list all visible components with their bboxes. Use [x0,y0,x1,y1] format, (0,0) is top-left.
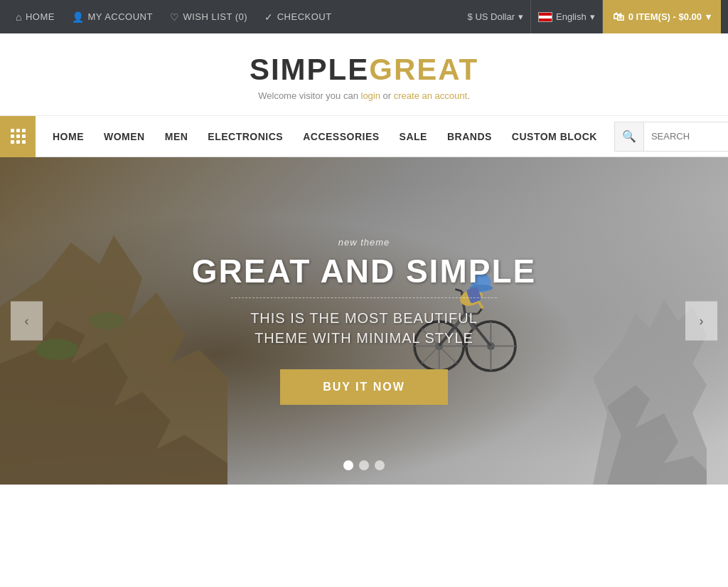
nav-item-electronics[interactable]: ELECTRONICS [198,116,293,157]
hero-title: GREAT AND SIMPLE [192,253,536,290]
hero-slider: new theme GREAT AND SIMPLE THIS IS THE M… [0,157,728,485]
grid-dots-icon [11,129,26,144]
hero-description: THIS IS THE MOST BEAUTIFUL THEME WITH MI… [250,308,478,348]
wishlist-link[interactable]: ♡ WISH LIST (0) [161,0,256,33]
account-icon: 👤 [72,11,85,23]
nav-item-men[interactable]: MEN [155,116,198,157]
account-link[interactable]: 👤 MY ACCOUNT [63,0,161,33]
language-selector[interactable]: English ▾ [531,0,603,33]
slider-dots [343,460,385,470]
grid-menu-button[interactable] [0,116,36,157]
hero-content: new theme GREAT AND SIMPLE THIS IS THE M… [0,157,728,485]
or-text: or [380,90,394,101]
hero-subtitle: new theme [338,237,390,248]
nav-item-accessories[interactable]: ACCESSORIES [293,116,389,157]
welcome-text: Welcome visitor you can [258,90,360,101]
checkout-icon: ✓ [264,11,274,23]
main-navigation: HOME WOMEN MEN ELECTRONICS ACCESSORIES S… [0,116,728,157]
nav-item-brands[interactable]: BRANDS [437,116,502,157]
top-nav-left: ⌂ HOME 👤 MY ACCOUNT ♡ WISH LIST (0) ✓ CH… [7,0,461,33]
nav-item-custom-block[interactable]: CUSTOM BLOCK [502,116,607,157]
top-navigation: ⌂ HOME 👤 MY ACCOUNT ♡ WISH LIST (0) ✓ CH… [0,0,728,33]
language-label: English [556,11,587,22]
wishlist-label: WISH LIST (0) [183,11,247,22]
nav-items: HOME WOMEN MEN ELECTRONICS ACCESSORIES S… [36,116,614,157]
slider-dot-2[interactable] [359,460,369,470]
currency-selector[interactable]: $ US Dollar ▾ [461,0,531,33]
nav-item-sale[interactable]: SALE [390,116,437,157]
slider-prev-button[interactable]: ‹ [11,302,43,341]
home-icon: ⌂ [16,11,22,23]
slider-dot-1[interactable] [343,460,353,470]
account-label: MY ACCOUNT [87,11,152,22]
checkout-label: CHECKOUT [277,11,332,22]
checkout-link[interactable]: ✓ CHECKOUT [256,0,340,33]
cart-icon: 🛍 [613,11,624,23]
hero-cta-button[interactable]: BUY IT NOW [280,369,448,405]
slider-dot-3[interactable] [375,460,385,470]
login-link[interactable]: login [361,90,380,101]
top-nav-right: $ US Dollar ▾ English ▾ 🛍 0 ITEM(S) - $0… [461,0,721,33]
site-logo: SIMPLEGREAT [14,55,714,85]
hero-desc-line2: THEME WITH MINIMAL STYLE [255,330,473,346]
nav-item-home[interactable]: HOME [43,116,94,157]
search-button[interactable]: 🔍 [614,122,644,152]
site-header: SIMPLEGREAT Welcome visitor you can logi… [0,33,728,116]
home-link[interactable]: ⌂ HOME [7,0,63,33]
chevron-down-icon: ▾ [706,11,711,22]
hero-divider [231,297,497,298]
search-input[interactable] [644,122,728,152]
search-icon: 🔍 [622,129,636,143]
heart-icon: ♡ [170,11,180,23]
flag-icon [538,12,552,22]
nav-item-women[interactable]: WOMEN [94,116,155,157]
cart-button[interactable]: 🛍 0 ITEM(S) - $0.00 ▾ [603,0,721,33]
currency-label: $ US Dollar [468,11,515,22]
slider-next-button[interactable]: › [685,302,717,341]
hero-desc-line1: THIS IS THE MOST BEAUTIFUL [250,310,478,326]
chevron-down-icon: ▾ [590,11,595,22]
home-label: HOME [26,11,55,22]
logo-great: GREAT [369,53,478,86]
logo-simple: SIMPLE [250,53,369,86]
header-subtitle: Welcome visitor you can login or create … [14,90,714,101]
search-bar: 🔍 [614,122,728,152]
chevron-down-icon: ▾ [518,11,523,22]
cart-label: 0 ITEM(S) - $0.00 [628,11,702,22]
period: . [467,90,470,101]
create-account-link[interactable]: create an account [394,90,467,101]
